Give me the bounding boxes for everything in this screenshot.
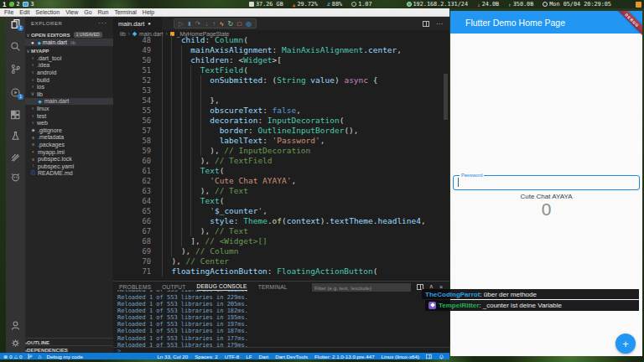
more-actions-icon[interactable]: ⋯ (436, 20, 443, 28)
status-utf8[interactable]: UTF-8 (225, 354, 240, 359)
code-area[interactable]: 48 child: Column(49 mainAxisAlignment: M… (113, 35, 449, 277)
project-label: MYAPP (31, 48, 49, 54)
up-icon: ↑ (508, 2, 512, 8)
status-lf[interactable]: LF (246, 354, 252, 359)
activity-search-icon[interactable] (6, 39, 25, 53)
hot-reload-icon[interactable]: ϟ (220, 20, 223, 28)
activity-source-control-icon[interactable] (6, 62, 25, 75)
debug-my-code-status[interactable]: Debug my code (47, 354, 83, 359)
menu-item-go[interactable]: Go (84, 9, 91, 15)
status-bar: ⊗0 △0 ⌂ Debug my code Ln 33, Col 20Space… (0, 353, 449, 359)
stat-text: 88% (332, 1, 342, 8)
status-ln[interactable]: Ln 33, Col 20 (157, 354, 188, 359)
panel-tab-output[interactable]: OUTPUT (162, 284, 185, 290)
workspace-number[interactable]: 3 (31, 1, 34, 8)
tree-folder-linux[interactable]: ›linux (25, 105, 113, 112)
layout-icon[interactable] (426, 354, 432, 359)
tree-folder-dart_tool[interactable]: ›.dart_tool (25, 54, 113, 62)
sub-badge-icon (428, 302, 436, 309)
status-dart[interactable]: Dart (258, 354, 268, 359)
line-number: 52 (113, 76, 157, 85)
tree-file-pubspec.lock[interactable]: ≡pubspec.lock (25, 155, 113, 163)
tree-file-main.dart[interactable]: ◆main.dart (25, 98, 113, 106)
tree-file-myapp.iml[interactable]: ▪myapp.iml (25, 148, 113, 156)
menu-item-help[interactable]: Help (143, 9, 154, 15)
activity-run-debug-icon[interactable]: 1 (6, 85, 25, 99)
tree-folder-web[interactable]: ›web (25, 119, 113, 127)
inspector-icon[interactable]: ◎ (246, 20, 252, 28)
tree-folder-test[interactable]: ›test (25, 112, 113, 120)
code-line: 66 style: Theme.of(context).textTheme.he… (113, 216, 449, 226)
editor-scrollbar[interactable] (444, 74, 448, 120)
activity-owl-icon[interactable] (6, 170, 25, 184)
tab-main-dart[interactable]: main.dart ● (113, 17, 162, 30)
activity-extensions-icon[interactable] (6, 108, 25, 122)
console-prompt[interactable]: > (113, 347, 449, 353)
status-dart[interactable]: Dart DevTools (275, 354, 308, 359)
open-editors-header[interactable]: ∨ OPEN EDITORS 1 UNSAVED (25, 31, 113, 39)
panel-tab-problems[interactable]: PROBLEMS (119, 284, 151, 290)
workspace-indicators[interactable]: 123 (0, 1, 34, 8)
status-linux[interactable]: Linux (linux-x64) (382, 354, 419, 359)
home-status-icon[interactable]: ⌂ (38, 354, 41, 359)
explorer-sidebar: EXPLORER ··· ∨ OPEN EDITORS 1 UNSAVED ● … (25, 17, 113, 353)
workspace-number[interactable]: 1 (3, 1, 7, 8)
menu-item-file[interactable]: File (4, 9, 13, 15)
step-out-icon[interactable]: ↑ (212, 20, 216, 28)
activity-explorer-icon[interactable]: 1 (6, 17, 25, 30)
step-over-icon[interactable]: ↷ (195, 20, 200, 28)
panel-tab-terminal[interactable]: TERMINAL (258, 284, 288, 290)
open-editor-main-dart[interactable]: ● ◆ main.dart lib (25, 39, 113, 46)
menu-item-edit[interactable]: Edit (19, 9, 29, 15)
menu-item-run[interactable]: Run (98, 9, 109, 15)
fork-status-icon[interactable] (27, 354, 33, 359)
code-line: 52 onSubmitted: (String value) async { (113, 75, 449, 85)
activity-feather-icon[interactable] (6, 150, 25, 163)
console-filter-input[interactable]: Filter (e.g. text, !exclude) (312, 283, 411, 292)
menu-item-terminal[interactable]: Terminal (114, 9, 136, 15)
bell-icon[interactable] (439, 354, 444, 359)
activity-test-beaker-icon[interactable] (6, 129, 25, 142)
fab-button[interactable]: + (615, 334, 636, 354)
line-number: 61 (113, 167, 157, 175)
line-number: 68 (113, 237, 157, 246)
project-header[interactable]: ∨ MYAPP (25, 47, 113, 54)
tree-folder-android[interactable]: ›android (25, 69, 113, 76)
tree-folder-build[interactable]: ›build (25, 76, 113, 84)
tree-folder-lib[interactable]: ∨lib (25, 90, 113, 98)
tree-folder-ios[interactable]: ›ios (25, 83, 113, 90)
tree-file-pubspec.yaml[interactable]: !pubspec.yaml (25, 163, 113, 170)
problems-status[interactable]: ⊗0 △0 (3, 354, 22, 359)
console-line: Reloaded 1 of 553 libraries in 197ms. (117, 321, 248, 328)
dirty-dot-icon: ● (148, 21, 151, 26)
code-line: 69 ), // Column (113, 246, 449, 256)
tree-folder-idea[interactable]: ›.idea (25, 62, 113, 70)
activity-account[interactable] (6, 318, 25, 332)
restart-icon[interactable]: ↻ (227, 20, 233, 28)
tree-file-README.md[interactable]: ⓘREADME.md (25, 170, 113, 178)
menu-item-view[interactable]: View (65, 9, 78, 15)
activity-settings-gear[interactable] (6, 336, 25, 349)
dependencies-section[interactable]: › DEPENDENCIES (25, 345, 113, 353)
app-tray-icon[interactable] (636, 2, 641, 8)
tree-file-gitignore[interactable]: ◆.gitignore (25, 127, 113, 134)
continue-icon[interactable]: ▷ (179, 20, 184, 28)
outline-section[interactable]: › OUTLINE (25, 338, 113, 345)
tree-file-packages[interactable]: ≡.packages (25, 141, 113, 148)
code-line: 70 ), // Center (113, 256, 449, 266)
menu-item-selection[interactable]: Selection (35, 9, 60, 15)
open-editor-filename: main.dart (43, 39, 67, 45)
split-editor-icon[interactable] (423, 21, 429, 27)
workspace-number[interactable]: 2 (17, 1, 20, 8)
chat-username: TheCodingParrot (425, 291, 480, 298)
step-into-icon[interactable]: ↓ (205, 20, 208, 28)
password-field[interactable]: Password (453, 175, 640, 190)
console-line: Reloaded 1 of 553 libraries in 182ms. (117, 308, 248, 314)
pause-icon[interactable]: ‖ (188, 20, 190, 28)
status-flutter[interactable]: Flutter: 2.1.0-13.0.pre.447 (314, 354, 375, 359)
status-spaces[interactable]: Spaces: 2 (195, 354, 218, 359)
tree-file-metadata[interactable]: ≡.metadata (25, 134, 113, 142)
line-number: 55 (113, 106, 157, 115)
sidebar-actions-icon[interactable]: ··· (98, 19, 107, 27)
stop-icon[interactable]: □ (237, 20, 242, 28)
